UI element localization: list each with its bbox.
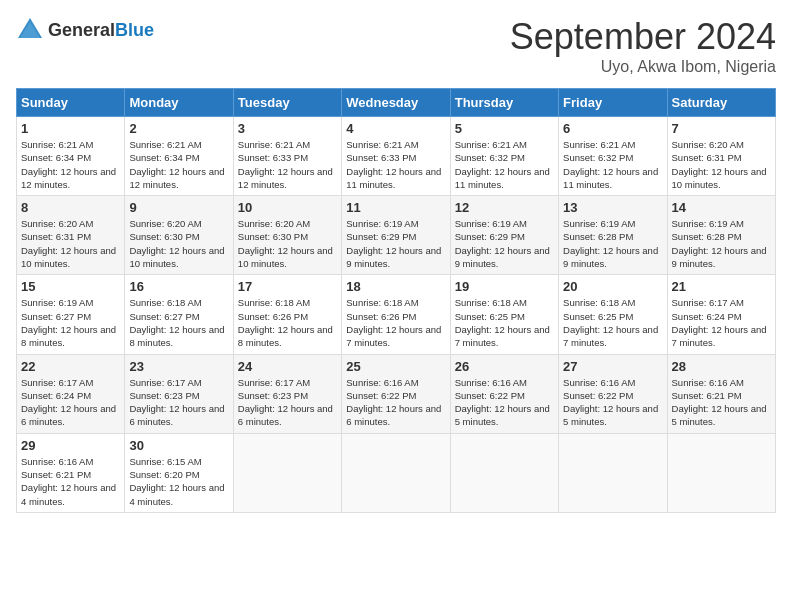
- day-info: Sunrise: 6:18 AMSunset: 6:25 PMDaylight:…: [563, 296, 662, 349]
- day-number: 8: [21, 200, 120, 215]
- table-row: 15Sunrise: 6:19 AMSunset: 6:27 PMDayligh…: [17, 275, 125, 354]
- table-row: 7Sunrise: 6:20 AMSunset: 6:31 PMDaylight…: [667, 117, 775, 196]
- table-row: 28Sunrise: 6:16 AMSunset: 6:21 PMDayligh…: [667, 354, 775, 433]
- table-row: 9Sunrise: 6:20 AMSunset: 6:30 PMDaylight…: [125, 196, 233, 275]
- table-row: 30Sunrise: 6:15 AMSunset: 6:20 PMDayligh…: [125, 433, 233, 512]
- table-row: 26Sunrise: 6:16 AMSunset: 6:22 PMDayligh…: [450, 354, 558, 433]
- table-row: [450, 433, 558, 512]
- table-row: 4Sunrise: 6:21 AMSunset: 6:33 PMDaylight…: [342, 117, 450, 196]
- day-number: 24: [238, 359, 337, 374]
- day-info: Sunrise: 6:18 AMSunset: 6:27 PMDaylight:…: [129, 296, 228, 349]
- day-number: 1: [21, 121, 120, 136]
- day-info: Sunrise: 6:16 AMSunset: 6:21 PMDaylight:…: [672, 376, 771, 429]
- day-number: 18: [346, 279, 445, 294]
- table-row: 10Sunrise: 6:20 AMSunset: 6:30 PMDayligh…: [233, 196, 341, 275]
- table-row: [667, 433, 775, 512]
- col-sunday: Sunday: [17, 89, 125, 117]
- day-number: 14: [672, 200, 771, 215]
- calendar-week-row: 22Sunrise: 6:17 AMSunset: 6:24 PMDayligh…: [17, 354, 776, 433]
- day-info: Sunrise: 6:21 AMSunset: 6:33 PMDaylight:…: [346, 138, 445, 191]
- table-row: 20Sunrise: 6:18 AMSunset: 6:25 PMDayligh…: [559, 275, 667, 354]
- table-row: [342, 433, 450, 512]
- day-number: 9: [129, 200, 228, 215]
- logo-icon: [16, 16, 44, 44]
- day-number: 19: [455, 279, 554, 294]
- day-info: Sunrise: 6:16 AMSunset: 6:21 PMDaylight:…: [21, 455, 120, 508]
- table-row: 29Sunrise: 6:16 AMSunset: 6:21 PMDayligh…: [17, 433, 125, 512]
- month-title: September 2024: [510, 16, 776, 58]
- table-row: 8Sunrise: 6:20 AMSunset: 6:31 PMDaylight…: [17, 196, 125, 275]
- table-row: 21Sunrise: 6:17 AMSunset: 6:24 PMDayligh…: [667, 275, 775, 354]
- table-row: 5Sunrise: 6:21 AMSunset: 6:32 PMDaylight…: [450, 117, 558, 196]
- day-info: Sunrise: 6:19 AMSunset: 6:28 PMDaylight:…: [672, 217, 771, 270]
- day-info: Sunrise: 6:21 AMSunset: 6:32 PMDaylight:…: [455, 138, 554, 191]
- day-number: 26: [455, 359, 554, 374]
- day-number: 15: [21, 279, 120, 294]
- table-row: 2Sunrise: 6:21 AMSunset: 6:34 PMDaylight…: [125, 117, 233, 196]
- table-row: 3Sunrise: 6:21 AMSunset: 6:33 PMDaylight…: [233, 117, 341, 196]
- col-wednesday: Wednesday: [342, 89, 450, 117]
- col-monday: Monday: [125, 89, 233, 117]
- day-info: Sunrise: 6:21 AMSunset: 6:34 PMDaylight:…: [129, 138, 228, 191]
- day-info: Sunrise: 6:18 AMSunset: 6:26 PMDaylight:…: [238, 296, 337, 349]
- day-number: 6: [563, 121, 662, 136]
- day-info: Sunrise: 6:17 AMSunset: 6:24 PMDaylight:…: [21, 376, 120, 429]
- day-number: 3: [238, 121, 337, 136]
- day-info: Sunrise: 6:18 AMSunset: 6:25 PMDaylight:…: [455, 296, 554, 349]
- table-row: 6Sunrise: 6:21 AMSunset: 6:32 PMDaylight…: [559, 117, 667, 196]
- page-header: GeneralBlue September 2024 Uyo, Akwa Ibo…: [16, 16, 776, 76]
- day-info: Sunrise: 6:17 AMSunset: 6:23 PMDaylight:…: [238, 376, 337, 429]
- day-number: 21: [672, 279, 771, 294]
- day-number: 10: [238, 200, 337, 215]
- day-info: Sunrise: 6:20 AMSunset: 6:30 PMDaylight:…: [129, 217, 228, 270]
- day-info: Sunrise: 6:17 AMSunset: 6:24 PMDaylight:…: [672, 296, 771, 349]
- day-info: Sunrise: 6:21 AMSunset: 6:33 PMDaylight:…: [238, 138, 337, 191]
- calendar-table: Sunday Monday Tuesday Wednesday Thursday…: [16, 88, 776, 513]
- day-number: 11: [346, 200, 445, 215]
- day-info: Sunrise: 6:20 AMSunset: 6:30 PMDaylight:…: [238, 217, 337, 270]
- day-info: Sunrise: 6:19 AMSunset: 6:29 PMDaylight:…: [455, 217, 554, 270]
- day-number: 20: [563, 279, 662, 294]
- calendar-week-row: 1Sunrise: 6:21 AMSunset: 6:34 PMDaylight…: [17, 117, 776, 196]
- table-row: 17Sunrise: 6:18 AMSunset: 6:26 PMDayligh…: [233, 275, 341, 354]
- table-row: 24Sunrise: 6:17 AMSunset: 6:23 PMDayligh…: [233, 354, 341, 433]
- day-info: Sunrise: 6:15 AMSunset: 6:20 PMDaylight:…: [129, 455, 228, 508]
- calendar-week-row: 8Sunrise: 6:20 AMSunset: 6:31 PMDaylight…: [17, 196, 776, 275]
- day-number: 2: [129, 121, 228, 136]
- col-friday: Friday: [559, 89, 667, 117]
- col-saturday: Saturday: [667, 89, 775, 117]
- table-row: [233, 433, 341, 512]
- calendar-header-row: Sunday Monday Tuesday Wednesday Thursday…: [17, 89, 776, 117]
- day-info: Sunrise: 6:16 AMSunset: 6:22 PMDaylight:…: [346, 376, 445, 429]
- logo: GeneralBlue: [16, 16, 154, 44]
- day-info: Sunrise: 6:21 AMSunset: 6:34 PMDaylight:…: [21, 138, 120, 191]
- table-row: 23Sunrise: 6:17 AMSunset: 6:23 PMDayligh…: [125, 354, 233, 433]
- day-number: 28: [672, 359, 771, 374]
- table-row: 22Sunrise: 6:17 AMSunset: 6:24 PMDayligh…: [17, 354, 125, 433]
- calendar-week-row: 15Sunrise: 6:19 AMSunset: 6:27 PMDayligh…: [17, 275, 776, 354]
- day-info: Sunrise: 6:21 AMSunset: 6:32 PMDaylight:…: [563, 138, 662, 191]
- day-info: Sunrise: 6:20 AMSunset: 6:31 PMDaylight:…: [672, 138, 771, 191]
- table-row: 18Sunrise: 6:18 AMSunset: 6:26 PMDayligh…: [342, 275, 450, 354]
- table-row: 27Sunrise: 6:16 AMSunset: 6:22 PMDayligh…: [559, 354, 667, 433]
- day-number: 17: [238, 279, 337, 294]
- table-row: 14Sunrise: 6:19 AMSunset: 6:28 PMDayligh…: [667, 196, 775, 275]
- day-number: 4: [346, 121, 445, 136]
- day-info: Sunrise: 6:16 AMSunset: 6:22 PMDaylight:…: [563, 376, 662, 429]
- day-info: Sunrise: 6:19 AMSunset: 6:29 PMDaylight:…: [346, 217, 445, 270]
- col-tuesday: Tuesday: [233, 89, 341, 117]
- table-row: 11Sunrise: 6:19 AMSunset: 6:29 PMDayligh…: [342, 196, 450, 275]
- table-row: 12Sunrise: 6:19 AMSunset: 6:29 PMDayligh…: [450, 196, 558, 275]
- table-row: 1Sunrise: 6:21 AMSunset: 6:34 PMDaylight…: [17, 117, 125, 196]
- day-number: 27: [563, 359, 662, 374]
- table-row: 13Sunrise: 6:19 AMSunset: 6:28 PMDayligh…: [559, 196, 667, 275]
- table-row: [559, 433, 667, 512]
- day-number: 7: [672, 121, 771, 136]
- day-number: 30: [129, 438, 228, 453]
- table-row: 25Sunrise: 6:16 AMSunset: 6:22 PMDayligh…: [342, 354, 450, 433]
- day-info: Sunrise: 6:19 AMSunset: 6:28 PMDaylight:…: [563, 217, 662, 270]
- day-number: 13: [563, 200, 662, 215]
- location-subtitle: Uyo, Akwa Ibom, Nigeria: [510, 58, 776, 76]
- logo-text: GeneralBlue: [48, 20, 154, 41]
- calendar-week-row: 29Sunrise: 6:16 AMSunset: 6:21 PMDayligh…: [17, 433, 776, 512]
